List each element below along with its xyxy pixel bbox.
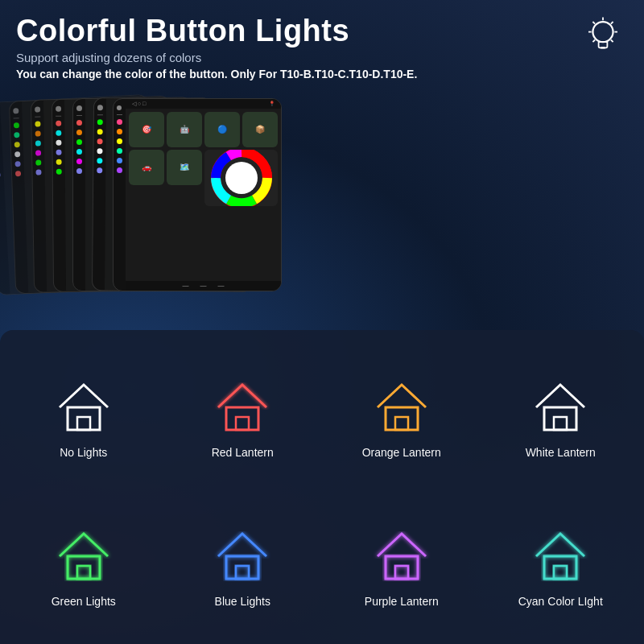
- device-7: ◁ ○ □ 📍 🎯 🤖 🔵 📦 🚗 🗺️: [113, 98, 282, 291]
- svg-rect-15: [386, 407, 418, 430]
- svg-rect-26: [554, 566, 567, 579]
- house-icon-cyan-color-light: [528, 524, 592, 588]
- svg-rect-18: [554, 417, 567, 430]
- svg-rect-11: [68, 407, 100, 430]
- light-label-blue-lights: Blue Lights: [215, 595, 270, 608]
- light-item-blue-lights: Blue Lights: [167, 495, 319, 636]
- svg-rect-23: [386, 556, 418, 579]
- house-icon-green-lights: [52, 524, 116, 588]
- svg-point-0: [592, 22, 613, 42]
- main-title: Colorful Button Lights: [16, 14, 628, 48]
- lights-grid: No Lights Red Lantern Orang: [8, 346, 636, 636]
- svg-line-5: [592, 22, 595, 24]
- light-item-green-lights: Green Lights: [8, 495, 159, 636]
- svg-rect-25: [544, 556, 576, 579]
- light-label-orange-lantern: Orange Lantern: [362, 446, 441, 459]
- bold-line: You can change the color of the button. …: [16, 68, 628, 80]
- light-item-no-lights: No Lights: [8, 346, 159, 487]
- light-item-red-lantern: Red Lantern: [167, 346, 319, 487]
- light-item-cyan-color-light: Cyan Color LIght: [485, 495, 637, 636]
- device-section: ◁ ○ □ 📍 🎯 🤖 🔵 📦 🚗 🗺️: [0, 90, 644, 299]
- house-icon-no-lights: [52, 375, 116, 440]
- svg-rect-16: [395, 417, 408, 430]
- svg-rect-13: [226, 407, 258, 430]
- svg-rect-17: [544, 407, 576, 430]
- svg-rect-20: [77, 566, 90, 579]
- light-item-purple-lantern: Purple Lantern: [326, 495, 477, 636]
- svg-line-7: [592, 40, 595, 43]
- light-label-red-lantern: Red Lantern: [212, 446, 274, 459]
- svg-rect-14: [236, 417, 249, 430]
- svg-rect-12: [77, 417, 90, 430]
- light-label-purple-lantern: Purple Lantern: [365, 595, 439, 608]
- svg-rect-24: [395, 566, 408, 579]
- header: Colorful Button Lights Support adjusting…: [0, 0, 644, 85]
- house-icon-purple-lantern: [369, 524, 434, 588]
- svg-line-4: [611, 22, 613, 24]
- svg-line-6: [611, 40, 613, 43]
- house-icon-orange-lantern: [369, 375, 434, 440]
- house-icon-blue-lights: [210, 524, 275, 588]
- color-wheel-svg: [209, 150, 274, 206]
- light-label-no-lights: No Lights: [60, 446, 107, 459]
- light-item-white-lantern: White Lantern: [485, 346, 637, 487]
- light-item-orange-lantern: Orange Lantern: [326, 346, 477, 487]
- house-icon-white-lantern: [528, 375, 592, 440]
- light-label-cyan-color-light: Cyan Color LIght: [518, 595, 603, 608]
- svg-rect-21: [226, 556, 258, 579]
- svg-rect-19: [68, 556, 100, 579]
- svg-point-10: [225, 162, 258, 194]
- svg-rect-22: [236, 566, 249, 579]
- bulb-icon: [581, 14, 625, 58]
- light-label-white-lantern: White Lantern: [526, 446, 596, 459]
- subtitle: Support adjusting dozens of colors: [16, 51, 628, 64]
- bottom-panel: No Lights Red Lantern Orang: [0, 330, 644, 644]
- house-icon-red-lantern: [210, 375, 275, 440]
- light-label-green-lights: Green Lights: [52, 595, 116, 608]
